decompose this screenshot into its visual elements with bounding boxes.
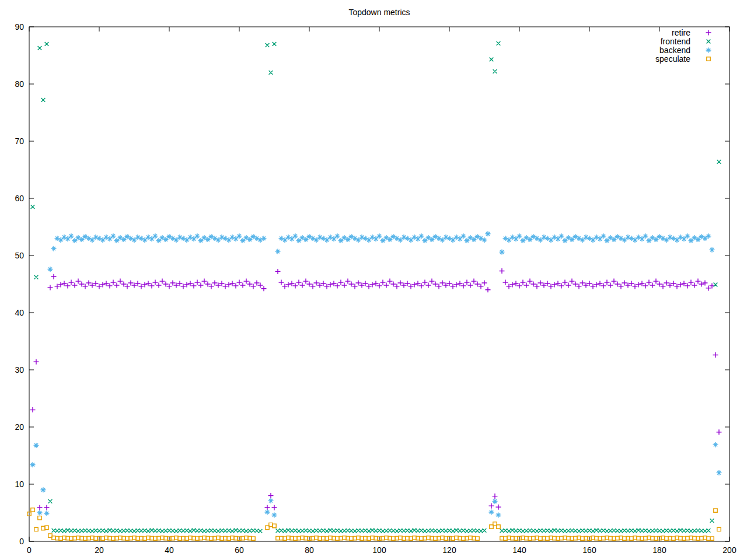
x-tick-label: 180 xyxy=(652,545,666,555)
topdown-metrics-chart: Topdown metrics 020406080100120140160180… xyxy=(0,0,747,560)
x-tick-label: 20 xyxy=(95,545,104,555)
legend-item-frontend: frontend xyxy=(661,37,711,46)
y-tick-label: 50 xyxy=(15,251,24,260)
legend-label-speculate: speculate xyxy=(655,54,690,64)
x-tick-label: 200 xyxy=(722,545,736,555)
y-tick-label: 10 xyxy=(15,480,24,489)
series-retire xyxy=(30,268,722,510)
x-tick-label: 0 xyxy=(27,545,32,555)
x-tick-label: 60 xyxy=(235,545,244,555)
legend-marker-cross-icon xyxy=(707,40,711,44)
series-speculate xyxy=(27,508,721,540)
legend-label-retire: retire xyxy=(672,28,690,37)
x-tick-label: 120 xyxy=(442,545,456,555)
legend-label-frontend: frontend xyxy=(661,37,690,46)
x-tick-label: 100 xyxy=(372,545,386,555)
legend-item-retire: retire xyxy=(672,28,711,37)
legend-label-backend: backend xyxy=(659,46,690,55)
y-tick-label: 30 xyxy=(15,365,24,374)
legend: retirefrontendbackendspeculate xyxy=(655,28,711,64)
x-tick-label: 140 xyxy=(512,545,526,555)
legend-item-backend: backend xyxy=(659,46,711,55)
x-tick-label: 160 xyxy=(582,545,596,555)
y-tick-label: 60 xyxy=(15,194,24,203)
x-tick-label: 40 xyxy=(165,545,174,555)
y-tick-label: 0 xyxy=(19,537,24,546)
plot-points xyxy=(27,41,722,540)
plot-frame: 0204060801001201401601802000102030405060… xyxy=(15,22,736,555)
legend-item-speculate: speculate xyxy=(655,54,710,64)
legend-marker-asterisk-icon xyxy=(706,48,711,53)
y-tick-label: 40 xyxy=(15,308,24,317)
y-tick-label: 20 xyxy=(15,422,24,432)
chart-area: Topdown metrics 020406080100120140160180… xyxy=(0,0,747,560)
series-backend xyxy=(30,231,722,517)
y-tick-label: 70 xyxy=(15,136,24,146)
legend-marker-plus-icon xyxy=(706,30,711,36)
x-tick-label: 80 xyxy=(305,545,314,555)
legend-marker-square-icon xyxy=(707,57,710,61)
y-tick-label: 80 xyxy=(15,79,24,89)
chart-title: Topdown metrics xyxy=(348,8,410,17)
y-tick-label: 90 xyxy=(15,22,24,32)
